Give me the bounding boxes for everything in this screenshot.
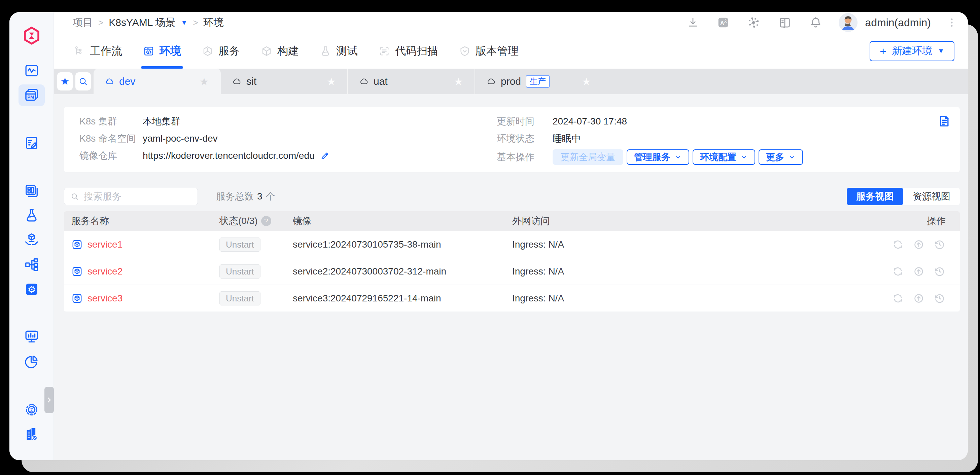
favorite-star-icon[interactable]: ★ [454, 76, 463, 87]
service-box-icon [72, 293, 83, 304]
status-help-icon[interactable]: ? [261, 216, 271, 226]
favorite-star-icon[interactable]: ★ [582, 76, 591, 87]
tab-version-management[interactable]: 版本管理 [459, 33, 519, 68]
manage-services-button[interactable]: 管理服务 [627, 149, 689, 165]
workflow-icon [73, 45, 85, 57]
kebab-menu-icon[interactable] [946, 16, 958, 29]
env-search-button[interactable] [75, 72, 91, 91]
env-tab-uat[interactable]: uat ★ [348, 68, 475, 94]
service-icon [202, 45, 213, 57]
notification-bell-icon[interactable] [809, 16, 822, 29]
rollback-history-icon[interactable] [934, 265, 946, 278]
sidebar-item-templates[interactable] [24, 183, 40, 199]
cloud-icon [105, 77, 115, 86]
env-tab-prod[interactable]: prod 生产 ★ [475, 68, 602, 94]
favorite-filter-button[interactable]: ★ [57, 72, 73, 91]
service-total: 服务总数 3 个 [216, 190, 275, 203]
scan-icon [379, 45, 390, 57]
breadcrumb-project-name[interactable]: K8sYAML 场景 [109, 16, 175, 30]
service-name-link[interactable]: service3 [88, 293, 123, 304]
upgrade-service-icon[interactable] [913, 265, 925, 278]
top-bar: 项目 > K8sYAML 场景 ▼ > 环境 admin(admin) [54, 12, 968, 33]
basic-ops-label: 基本操作 [497, 151, 553, 164]
search-service-input[interactable]: 搜索服务 [64, 188, 198, 205]
column-service-name: 服务名称 [64, 214, 220, 227]
service-ingress: Ingress: N/A [512, 239, 886, 250]
tab-environments[interactable]: 环境 [143, 33, 181, 68]
env-status-label: 环境状态 [497, 132, 553, 145]
edit-registry-pencil-icon[interactable] [320, 151, 330, 161]
upgrade-service-icon[interactable] [913, 292, 925, 305]
favorite-star-icon[interactable]: ★ [327, 76, 336, 87]
sidebar-item-enterprise[interactable] [24, 426, 40, 442]
env-config-button[interactable]: 环境配置 [693, 149, 755, 165]
service-name-link[interactable]: service2 [88, 266, 123, 277]
tab-builds[interactable]: 构建 [261, 33, 299, 68]
restart-service-icon[interactable] [892, 265, 904, 278]
tab-code-scan[interactable]: 代码扫描 [379, 33, 438, 68]
tab-label: 测试 [336, 44, 358, 59]
restart-service-icon[interactable] [892, 292, 904, 305]
version-shield-icon [459, 45, 471, 57]
table-header: 服务名称 状态(0/3) ? 镜像 外网访问 操作 [64, 211, 960, 231]
new-environment-button[interactable]: + 新建环境 ▼ [870, 41, 955, 61]
zadig-logo-icon[interactable] [22, 26, 41, 45]
more-label: 更多 [766, 151, 784, 163]
sidebar-item-dashboard[interactable] [24, 63, 40, 78]
service-box-icon [72, 239, 83, 250]
sidebar-item-plugins[interactable] [24, 281, 40, 297]
service-name-link[interactable]: service1 [88, 239, 123, 250]
env-tab-label: prod [501, 76, 521, 87]
namespace-value: yaml-poc-env-dev [143, 133, 218, 145]
user-menu[interactable]: admin(admin) [838, 13, 931, 32]
sidebar-item-delivery[interactable] [24, 232, 40, 248]
new-environment-label: 新建环境 [892, 44, 932, 58]
tab-services[interactable]: 服务 [202, 33, 240, 68]
rollback-history-icon[interactable] [934, 292, 946, 305]
more-actions-button[interactable]: 更多 [759, 149, 803, 165]
env-info-right: 更新时间 2024-07-30 17:48 环境状态 睡眠中 基本操作 更新全局… [497, 115, 944, 165]
service-ingress: Ingress: N/A [512, 293, 886, 304]
sidebar-item-resources[interactable] [24, 257, 40, 272]
env-config-label: 环境配置 [700, 151, 737, 163]
environment-info-card: K8s 集群 本地集群 K8s 命名空间 yaml-poc-env-dev 镜像… [64, 107, 960, 172]
sidebar-expand-handle[interactable] [45, 387, 54, 413]
translate-icon[interactable] [717, 16, 730, 29]
service-table: 服务名称 状态(0/3) ? 镜像 外网访问 操作 service1 Unsta… [64, 211, 960, 311]
cloud-icon [360, 77, 369, 86]
cluster-label: K8s 集群 [80, 115, 143, 128]
env-tab-sit[interactable]: sit ★ [221, 68, 348, 94]
resource-view-button[interactable]: 资源视图 [903, 188, 960, 205]
sidebar-item-data-overview[interactable] [24, 354, 40, 369]
star-icon: ★ [60, 76, 70, 86]
service-view-button[interactable]: 服务视图 [847, 188, 903, 205]
update-global-vars-button[interactable]: 更新全局变量 [553, 149, 623, 165]
share-network-icon[interactable] [747, 16, 760, 29]
restart-service-icon[interactable] [892, 238, 904, 251]
chevron-down-icon [788, 153, 795, 161]
breadcrumb-projects[interactable]: 项目 [73, 16, 93, 30]
upgrade-service-icon[interactable] [913, 238, 925, 251]
download-icon[interactable] [687, 16, 699, 29]
column-ingress: 外网访问 [512, 214, 886, 227]
sidebar-item-insight[interactable] [24, 329, 40, 344]
user-avatar[interactable] [838, 13, 858, 32]
table-row: service3 Unstart service3:20240729165221… [64, 284, 960, 311]
env-tab-dev[interactable]: dev ★ [94, 68, 221, 94]
tab-label: 代码扫描 [395, 44, 438, 59]
main-area: 项目 > K8sYAML 场景 ▼ > 环境 admin(admin) [54, 12, 968, 460]
tab-label: 版本管理 [476, 44, 519, 59]
sidebar-item-system-settings[interactable] [24, 402, 40, 418]
favorite-star-icon[interactable]: ★ [200, 76, 208, 87]
tab-tests[interactable]: 测试 [320, 33, 358, 68]
env-detail-doc-icon[interactable] [938, 114, 951, 128]
project-switch-caret-icon[interactable]: ▼ [181, 19, 188, 27]
sidebar-item-release-plan[interactable] [24, 135, 40, 151]
rollback-history-icon[interactable] [934, 238, 946, 251]
tab-workflows[interactable]: 工作流 [73, 33, 122, 68]
table-row: service2 Unstart service2:20240730003702… [64, 258, 960, 284]
sidebar-item-quality[interactable] [24, 208, 40, 223]
docs-book-icon[interactable] [778, 16, 792, 29]
sidebar-item-projects-pm[interactable] [24, 87, 40, 103]
plus-icon: + [880, 45, 886, 57]
